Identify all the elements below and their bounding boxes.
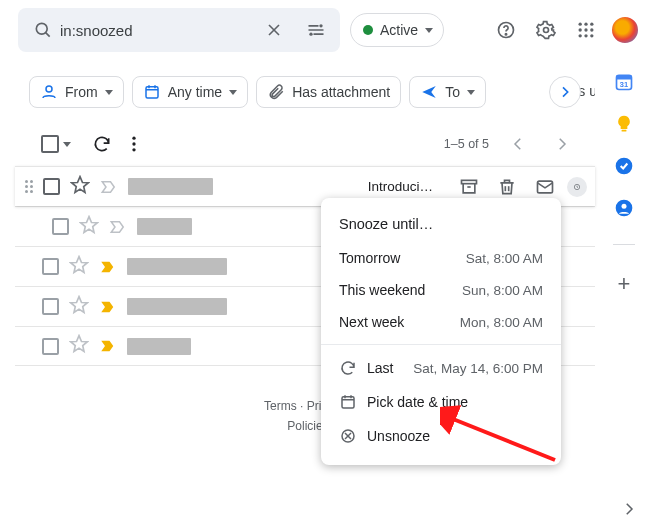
sender-redacted (137, 218, 192, 235)
row-checkbox[interactable] (43, 178, 60, 195)
cancel-circle-icon (339, 427, 357, 445)
snooze-option-unsnooze[interactable]: Unsnooze (321, 419, 561, 453)
pager-prev[interactable] (503, 129, 533, 159)
help-icon[interactable] (488, 12, 524, 48)
list-toolbar: 1–5 of 5 (15, 122, 595, 166)
snooze-option-when: Sat, 8:00 AM (466, 251, 543, 266)
filter-from-label: From (65, 84, 98, 100)
star-icon[interactable] (70, 175, 90, 199)
svg-marker-26 (72, 176, 89, 192)
tasks-app-icon[interactable] (614, 156, 634, 176)
caret-down-icon (467, 90, 475, 95)
star-icon[interactable] (69, 295, 89, 319)
snooze-option-label: Pick date & time (367, 394, 468, 410)
svg-marker-32 (81, 216, 98, 232)
snooze-option-label: Next week (339, 314, 404, 330)
filter-row: From Any time Has attachment To Is u (15, 62, 595, 122)
svg-marker-34 (71, 296, 88, 312)
snooze-menu-title: Snooze until… (321, 210, 561, 242)
pager-range: 1–5 of 5 (444, 137, 489, 151)
svg-text:31: 31 (620, 80, 628, 89)
row-checkbox[interactable] (42, 258, 59, 275)
star-icon[interactable] (79, 215, 99, 239)
row-checkbox[interactable] (42, 338, 59, 355)
calendar-icon (339, 393, 357, 411)
sender-redacted (127, 258, 227, 275)
svg-point-9 (579, 23, 582, 26)
svg-point-17 (590, 34, 593, 37)
side-panel-rail: 31 + (606, 72, 642, 297)
svg-point-23 (132, 137, 135, 140)
rail-separator (613, 244, 635, 245)
snooze-option-tomorrow[interactable]: Tomorrow Sat, 8:00 AM (321, 242, 561, 274)
delete-icon[interactable] (497, 177, 517, 197)
pager-next[interactable] (547, 129, 577, 159)
svg-point-25 (132, 148, 135, 151)
filter-to[interactable]: To (409, 76, 486, 108)
search-options-icon[interactable] (298, 12, 334, 48)
row-hover-actions (459, 177, 581, 197)
row-checkbox[interactable] (52, 218, 69, 235)
svg-marker-33 (71, 256, 88, 272)
svg-point-4 (319, 24, 322, 27)
status-dot-icon (363, 25, 373, 35)
svg-rect-19 (146, 87, 158, 98)
apps-grid-icon[interactable] (568, 12, 604, 48)
status-chip-label: Active (380, 22, 418, 38)
svg-rect-45 (617, 75, 632, 79)
sender-redacted (127, 298, 227, 315)
caret-down-icon (425, 28, 433, 33)
row-subject: Introduci… (368, 179, 435, 194)
svg-rect-27 (462, 180, 477, 183)
select-all-checkbox[interactable] (41, 135, 59, 153)
snooze-option-nextweek[interactable]: Next week Mon, 8:00 AM (321, 306, 561, 338)
snooze-option-pick[interactable]: Pick date & time (321, 385, 561, 419)
snooze-option-weekend[interactable]: This weekend Sun, 8:00 AM (321, 274, 561, 306)
mark-unread-icon[interactable] (535, 177, 555, 197)
account-avatar[interactable] (610, 15, 640, 45)
importance-icon[interactable] (99, 298, 117, 316)
importance-icon[interactable] (99, 337, 117, 355)
refresh-button[interactable] (89, 126, 115, 162)
menu-separator (321, 344, 561, 345)
svg-point-18 (46, 86, 52, 92)
filter-to-label: To (445, 84, 460, 100)
filter-scroll-right[interactable] (549, 76, 581, 108)
drag-handle-icon[interactable] (25, 180, 33, 193)
svg-point-12 (579, 28, 582, 31)
more-menu-button[interactable] (121, 126, 147, 162)
addons-plus-icon[interactable]: + (618, 271, 631, 297)
filter-from[interactable]: From (29, 76, 124, 108)
filter-anytime[interactable]: Any time (132, 76, 248, 108)
star-icon[interactable] (69, 255, 89, 279)
importance-icon[interactable] (100, 178, 118, 196)
svg-point-11 (590, 23, 593, 26)
star-icon[interactable] (69, 334, 89, 358)
calendar-app-icon[interactable]: 31 (614, 72, 634, 92)
snooze-option-label: This weekend (339, 282, 425, 298)
svg-rect-36 (342, 397, 354, 408)
snooze-option-last[interactable]: Last Sat, May 14, 6:00 PM (321, 351, 561, 385)
select-all-caret-icon[interactable] (63, 142, 71, 147)
archive-icon[interactable] (459, 177, 479, 197)
filter-attachment[interactable]: Has attachment (256, 76, 401, 108)
svg-point-50 (622, 204, 627, 209)
svg-point-10 (584, 23, 587, 26)
contacts-app-icon[interactable] (614, 198, 634, 218)
search-bar[interactable] (18, 8, 340, 52)
svg-point-5 (309, 33, 312, 36)
status-chip[interactable]: Active (350, 13, 444, 47)
importance-icon[interactable] (109, 218, 127, 236)
importance-icon[interactable] (99, 258, 117, 276)
app-header: Active (0, 0, 652, 64)
search-input[interactable] (60, 22, 250, 39)
caret-down-icon (105, 90, 113, 95)
settings-gear-icon[interactable] (528, 12, 564, 48)
clear-icon[interactable] (256, 12, 292, 48)
keep-app-icon[interactable] (614, 114, 634, 134)
svg-rect-47 (622, 130, 627, 132)
snooze-icon[interactable] (567, 177, 587, 197)
snooze-option-label: Tomorrow (339, 250, 400, 266)
row-checkbox[interactable] (42, 298, 59, 315)
side-panel-collapse[interactable] (620, 500, 638, 522)
